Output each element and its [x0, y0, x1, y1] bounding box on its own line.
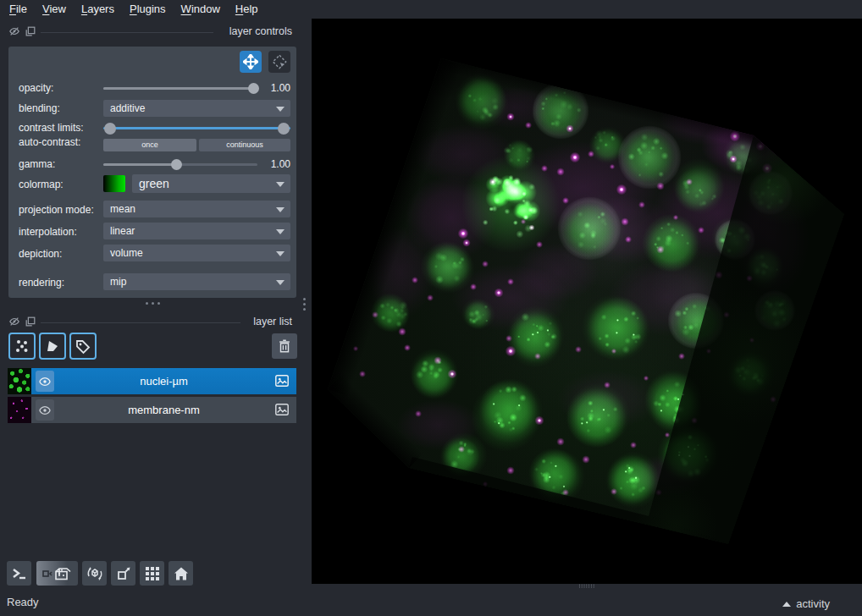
blending-value: additive — [110, 102, 145, 114]
trash-icon — [277, 338, 292, 354]
grid-view-button[interactable] — [140, 561, 164, 586]
auto-contrast-once-button[interactable]: once — [103, 139, 196, 151]
menu-file[interactable]: File — [2, 0, 35, 19]
layer-thumbnail[interactable] — [8, 397, 31, 423]
layer-controls-header: layer controls — [0, 24, 312, 39]
opacity-slider[interactable] — [103, 83, 257, 94]
dock-splitter-handle[interactable] — [303, 298, 306, 311]
new-points-layer-button[interactable] — [8, 333, 36, 360]
pan-zoom-button[interactable] — [240, 51, 262, 73]
menubar: FileViewLayersPluginsWindowHelp — [0, 0, 862, 19]
console-icon — [11, 565, 28, 582]
layer-row-nuclei[interactable]: nuclei-µm — [8, 368, 296, 394]
gamma-value: 1.00 — [257, 158, 290, 170]
new-labels-layer-button[interactable] — [69, 333, 97, 360]
projection-mode-dropdown[interactable]: mean — [103, 201, 290, 217]
volume-rendering[interactable] — [312, 19, 862, 584]
rendering-value: mip — [110, 276, 126, 288]
blending-dropdown[interactable]: additive — [103, 100, 290, 117]
menu-help[interactable]: Help — [228, 0, 266, 19]
layer-row-membrane[interactable]: membrane-nm — [8, 397, 296, 423]
interpolation-label: interpolation: — [19, 226, 77, 238]
new-shapes-layer-button[interactable] — [39, 333, 66, 360]
layer-controls-panel: opacity: 1.00 blending: additive contras… — [8, 47, 296, 298]
header-line — [41, 322, 240, 323]
opacity-label: opacity: — [19, 82, 53, 94]
menu-layers[interactable]: Layers — [74, 0, 122, 19]
interpolation-dropdown[interactable]: linear — [103, 223, 290, 239]
chevron-up-icon — [782, 602, 791, 607]
viewer-canvas[interactable] — [312, 19, 862, 584]
auto-contrast-label: auto-contrast: — [19, 136, 80, 148]
gamma-label: gamma: — [19, 158, 55, 170]
labels-tag-icon — [75, 338, 91, 355]
points-icon — [14, 338, 30, 355]
chevron-down-icon — [276, 280, 285, 285]
activity-toggle[interactable]: activity — [782, 597, 830, 610]
depiction-label: depiction: — [19, 248, 62, 260]
layer-thumbnail[interactable] — [8, 368, 31, 394]
layer-row-bar[interactable]: membrane-nm — [31, 397, 296, 423]
roll-dimensions-icon — [86, 564, 104, 583]
colormap-swatch[interactable] — [103, 175, 125, 192]
panel-splitter-handle[interactable] — [146, 302, 160, 305]
grid-icon — [145, 566, 160, 581]
depiction-value: volume — [110, 247, 143, 259]
rendering-dropdown[interactable]: mip — [103, 273, 290, 290]
opacity-value: 1.00 — [257, 82, 290, 94]
layer-name: nuclei-µm — [31, 368, 296, 394]
ndisplay-2d-3d-icon — [41, 565, 75, 582]
chevron-down-icon — [276, 207, 285, 212]
blending-label: blending: — [19, 102, 60, 114]
transform-icon — [272, 54, 287, 69]
auto-contrast-continuous-button[interactable]: continuous — [199, 139, 290, 151]
console-button[interactable] — [7, 561, 31, 586]
colormap-dropdown[interactable]: green — [132, 174, 290, 193]
gamma-slider[interactable] — [103, 159, 257, 170]
layer-list-title: layer list — [253, 316, 292, 327]
shapes-icon — [44, 338, 61, 355]
delete-layer-button[interactable] — [272, 333, 297, 359]
layer-name: membrane-nm — [31, 397, 296, 423]
activity-label: activity — [796, 597, 830, 610]
float-panel-icon[interactable] — [25, 25, 36, 37]
contrast-limits-slider[interactable] — [103, 123, 290, 134]
colormap-label: colormap: — [19, 179, 64, 190]
interpolation-value: linear — [110, 225, 135, 237]
menu-plugins[interactable]: Plugins — [122, 0, 174, 19]
projection-mode-value: mean — [110, 203, 135, 215]
layer-controls-title: layer controls — [229, 25, 292, 37]
home-reset-view-button[interactable] — [169, 561, 193, 586]
header-line — [41, 32, 213, 33]
menu-window[interactable]: Window — [174, 0, 228, 19]
colormap-value: green — [139, 177, 169, 190]
image-layer-icon — [274, 373, 290, 388]
float-panel-icon[interactable] — [25, 316, 36, 327]
depiction-dropdown[interactable]: volume — [103, 245, 290, 261]
transpose-icon — [115, 565, 132, 582]
image-layer-icon — [274, 402, 290, 417]
layer-list-header: layer list — [0, 314, 312, 329]
contrast-limits-label: contrast limits: — [19, 122, 84, 134]
chevron-down-icon — [276, 251, 285, 256]
canvas-splitter-grip[interactable] — [578, 584, 594, 588]
menu-view[interactable]: View — [35, 0, 74, 19]
chevron-down-icon — [276, 107, 285, 112]
rendering-label: rendering: — [19, 277, 64, 289]
hide-panel-eye-icon[interactable] — [8, 316, 20, 327]
transpose-dimensions-button[interactable] — [111, 561, 135, 586]
pan-arrows-icon — [243, 54, 258, 69]
napari-window: FileViewLayersPluginsWindowHelp layer co… — [0, 0, 862, 616]
hide-panel-eye-icon[interactable] — [8, 25, 20, 37]
transform-button[interactable] — [268, 51, 290, 73]
chevron-down-icon — [276, 182, 285, 187]
roll-dimensions-button[interactable] — [82, 561, 107, 586]
ndisplay-toggle-button[interactable] — [36, 561, 78, 586]
layer-row-bar[interactable]: nuclei-µm — [31, 368, 296, 394]
projection-mode-label: projection mode: — [19, 204, 94, 216]
status-text: Ready — [7, 596, 39, 608]
home-icon — [173, 565, 190, 582]
chevron-down-icon — [276, 229, 285, 234]
